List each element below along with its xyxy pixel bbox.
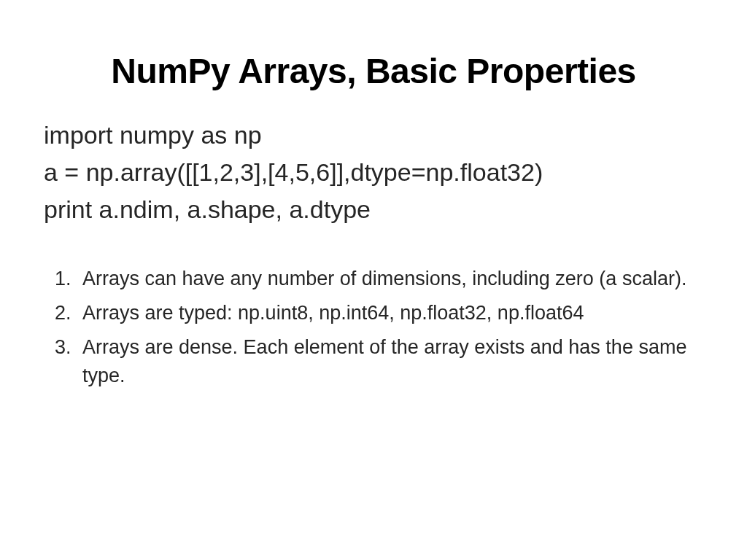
list-item: Arrays are typed: np.uint8, np.int64, np… xyxy=(77,299,703,327)
list-item: Arrays are dense. Each element of the ar… xyxy=(77,333,703,390)
code-block: import numpy as np a = np.array([[1,2,3]… xyxy=(44,117,703,228)
code-line-2: a = np.array([[1,2,3],[4,5,6]],dtype=np.… xyxy=(44,154,703,191)
properties-list: Arrays can have any number of dimensions… xyxy=(44,265,703,391)
code-line-1: import numpy as np xyxy=(44,117,703,154)
slide-title: NumPy Arrays, Basic Properties xyxy=(44,51,703,91)
list-item: Arrays can have any number of dimensions… xyxy=(77,265,703,293)
code-line-3: print a.ndim, a.shape, a.dtype xyxy=(44,191,703,228)
